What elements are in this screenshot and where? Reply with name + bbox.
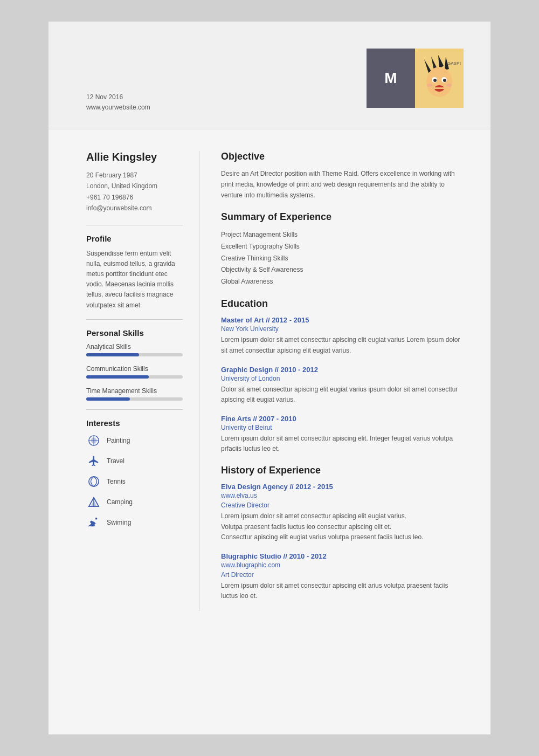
skill-2: Communication Skills <box>86 365 183 379</box>
divider-1 <box>86 225 183 225</box>
header-meta: 12 Nov 2016 www.yourwebsite.com <box>86 92 150 113</box>
skill-bar-fill-2 <box>86 375 149 379</box>
interest-swimming: Swiming <box>86 515 183 530</box>
edu-title-2: Graphic Design // 2010 - 2012 <box>221 366 464 374</box>
svg-point-21 <box>95 518 98 520</box>
edu-body-1: Lorem ipsum dolor sit amet consecttur ap… <box>221 335 464 355</box>
dob: 20 February 1987 <box>86 170 183 181</box>
summary-item-5: Global Awareness <box>221 276 464 288</box>
interest-label-swimming: Swiming <box>107 519 131 526</box>
edu-subtitle-1: New York University <box>221 325 464 333</box>
edu-body-2: Dolor sit amet consecttur apiscing elit … <box>221 384 464 405</box>
edu-title-1: Master of Art // 2012 - 2015 <box>221 316 464 324</box>
history-title: History of Experience <box>221 465 464 476</box>
avatar-initial: M <box>367 49 415 108</box>
avatar-cartoon: GASP?! <box>415 49 464 108</box>
history-subtitle-1: www.elva.us <box>221 492 464 499</box>
header-bar: 12 Nov 2016 www.yourwebsite.com M <box>49 22 490 129</box>
history-role-1: Creative Director <box>221 501 464 509</box>
interest-tennis: Tennis <box>86 474 183 489</box>
skills-title: Personal Skills <box>86 328 183 338</box>
edu-body-3: Lorem ipsum dolor sit amet consecttur ap… <box>221 434 464 454</box>
interest-label-travel: Travel <box>107 457 125 465</box>
painting-icon <box>86 433 101 448</box>
objective-text: Desire an Art Director position with The… <box>221 169 464 201</box>
profile-section: Profile Suspendisse ferm entum velit nul… <box>86 234 183 311</box>
email: info@yourwebsite.com <box>86 203 183 214</box>
education-entry-3: Fine Arts // 2007 - 2010 Univerity of Be… <box>221 415 464 454</box>
interest-label-painting: Painting <box>107 437 130 444</box>
summary-item-3: Creative Thinking Skills <box>221 253 464 265</box>
travel-icon <box>86 453 101 469</box>
interest-label-camping: Camping <box>107 498 133 506</box>
camping-icon <box>86 494 101 510</box>
history-body-2: Lorem ipsum dolor sit amet consecttur ap… <box>221 581 464 601</box>
svg-point-7 <box>433 79 437 82</box>
education-title: Education <box>221 298 464 310</box>
skill-bar-bg-2 <box>86 375 183 379</box>
person-name: Allie Kingsley <box>86 151 183 163</box>
summary-list: Project Management Skills Excellent Typo… <box>221 229 464 287</box>
svg-point-11 <box>427 84 432 87</box>
summary-item-2: Excellent Typography Skills <box>221 241 464 253</box>
svg-point-12 <box>446 84 452 87</box>
skill-label-3: Time Management Skills <box>86 387 183 395</box>
edu-title-3: Fine Arts // 2007 - 2010 <box>221 415 464 423</box>
skill-bar-fill-3 <box>86 397 130 401</box>
contact-info: 20 February 1987 London, United Kingdom … <box>86 170 183 214</box>
interest-camping: Camping <box>86 494 183 510</box>
svg-marker-3 <box>424 59 431 73</box>
interest-label-tennis: Tennis <box>107 478 126 485</box>
phone: +961 70 196876 <box>86 192 183 203</box>
skill-label-2: Communication Skills <box>86 365 183 373</box>
svg-point-17 <box>89 477 99 486</box>
history-entry-2: Blugraphic Studio // 2010 - 2012 www.blu… <box>221 552 464 601</box>
svg-point-4 <box>426 67 452 97</box>
history-title-2: Blugraphic Studio // 2010 - 2012 <box>221 552 464 560</box>
svg-text:GASP?!: GASP?! <box>447 61 461 66</box>
divider-3 <box>86 409 183 410</box>
skill-bar-fill-1 <box>86 353 139 356</box>
skill-label-1: Analytical Skills <box>86 343 183 350</box>
tennis-icon <box>86 474 101 489</box>
skill-bar-bg-1 <box>86 353 183 356</box>
history-subtitle-2: www.blugraphic.com <box>221 561 464 569</box>
profile-title: Profile <box>86 234 183 243</box>
skill-bar-bg-3 <box>86 397 183 401</box>
interest-painting: Painting <box>86 433 183 448</box>
name-section: Allie Kingsley 20 February 1987 London, … <box>86 151 183 214</box>
profile-text: Suspendisse ferm entum velit nulla, euis… <box>86 249 183 311</box>
edu-subtitle-3: Univerity of Beirut <box>221 424 464 431</box>
svg-point-8 <box>443 79 446 82</box>
history-body-1: Lorem ipsum dolor sit amet consecttur ap… <box>221 511 464 542</box>
interests-section: Interests Painting <box>86 418 183 530</box>
header-date: 12 Nov 2016 <box>86 92 150 102</box>
skills-section: Personal Skills Analytical Skills Commun… <box>86 328 183 401</box>
summary-item-1: Project Management Skills <box>221 229 464 241</box>
education-entry-2: Graphic Design // 2010 - 2012 University… <box>221 366 464 405</box>
education-entry-1: Master of Art // 2012 - 2015 New York Un… <box>221 316 464 355</box>
objective-title: Objective <box>221 151 464 162</box>
right-column: Objective Desire an Art Director positio… <box>199 151 490 611</box>
location: London, United Kingdom <box>86 181 183 191</box>
history-role-2: Art Director <box>221 571 464 579</box>
history-entry-1: Elva Design Agency // 2012 - 2015 www.el… <box>221 483 464 542</box>
summary-title: Summary of Experience <box>221 211 464 223</box>
edu-subtitle-2: University of London <box>221 375 464 382</box>
skill-3: Time Management Skills <box>86 387 183 401</box>
header-website: www.yourwebsite.com <box>86 102 150 113</box>
interest-travel: Travel <box>86 453 183 469</box>
left-column: Allie Kingsley 20 February 1987 London, … <box>49 151 199 611</box>
summary-item-4: Objectivity & Self Awareness <box>221 264 464 276</box>
svg-rect-10 <box>434 87 444 89</box>
divider-2 <box>86 319 183 320</box>
body-content: Allie Kingsley 20 February 1987 London, … <box>49 129 490 633</box>
history-title-1: Elva Design Agency // 2012 - 2015 <box>221 483 464 491</box>
resume-page: 12 Nov 2016 www.yourwebsite.com M <box>49 22 490 734</box>
skill-1: Analytical Skills <box>86 343 183 356</box>
avatar-group: M <box>367 49 464 108</box>
interests-title: Interests <box>86 418 183 428</box>
swimming-icon <box>86 515 101 530</box>
